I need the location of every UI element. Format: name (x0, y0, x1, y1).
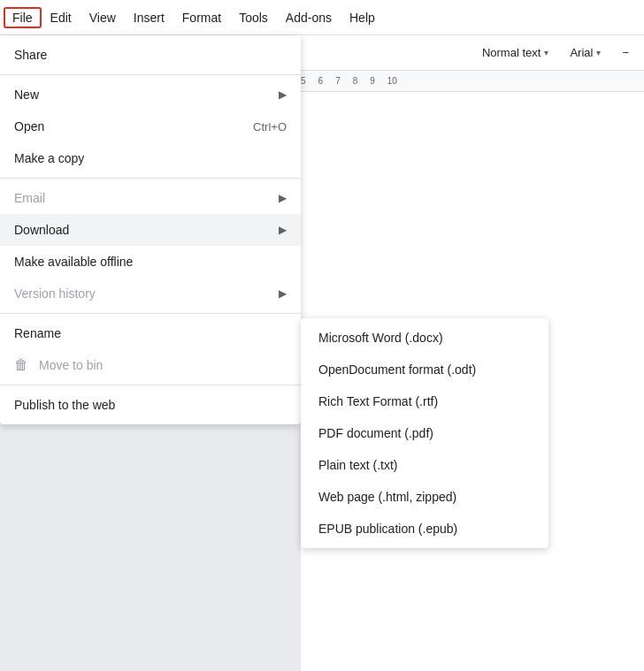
submenu-item-odt[interactable]: OpenDocument format (.odt) (301, 354, 548, 385)
menu-item-open[interactable]: Open Ctrl+O (0, 111, 301, 142)
open-shortcut: Ctrl+O (253, 120, 287, 133)
menu-insert[interactable]: Insert (125, 7, 173, 28)
trash-icon: 🗑 (14, 357, 32, 373)
file-menu: Share New ▶ Open Ctrl+O Make a copy Emai… (0, 35, 301, 424)
font-dropdown-label: Arial (570, 46, 593, 59)
menu-item-make-copy[interactable]: Make a copy (0, 142, 301, 174)
menu-section-publish: Publish to the web (0, 385, 301, 424)
menu-item-move-to-bin: 🗑 Move to bin (0, 349, 301, 381)
menu-section-rename: Rename 🗑 Move to bin (0, 313, 301, 385)
font-chevron-icon: ▾ (596, 48, 601, 57)
menu-item-email: Email ▶ (0, 182, 301, 214)
menu-item-download[interactable]: Download ▶ (0, 214, 301, 246)
version-arrow-icon: ▶ (279, 287, 287, 300)
menu-item-version-history: Version history ▶ (0, 278, 301, 309)
menu-tools[interactable]: Tools (230, 7, 277, 28)
download-arrow-icon: ▶ (279, 224, 287, 236)
new-arrow-icon: ▶ (279, 88, 287, 101)
menu-section-share: Share (0, 35, 301, 74)
menu-section-email: Email ▶ Download ▶ Make available offlin… (0, 178, 301, 313)
menu-bar: File Edit View Insert Format Tools Add-o… (0, 0, 644, 35)
email-arrow-icon: ▶ (279, 192, 287, 204)
font-dropdown[interactable]: Arial ▾ (562, 42, 609, 64)
menu-item-rename[interactable]: Rename (0, 317, 301, 349)
menu-section-new: New ▶ Open Ctrl+O Make a copy (0, 74, 301, 178)
menu-item-publish[interactable]: Publish to the web (0, 389, 301, 421)
menu-file[interactable]: File (4, 7, 42, 28)
submenu-item-docx[interactable]: Microsoft Word (.docx) (301, 322, 548, 354)
submenu-item-pdf[interactable]: PDF document (.pdf) (301, 417, 548, 449)
submenu-item-txt[interactable]: Plain text (.txt) (301, 449, 548, 481)
menu-addons[interactable]: Add-ons (277, 7, 341, 28)
style-dropdown-label: Normal text (482, 46, 540, 59)
menu-view[interactable]: View (80, 7, 125, 28)
menu-format[interactable]: Format (173, 7, 230, 28)
submenu-item-rtf[interactable]: Rich Text Format (.rtf) (301, 385, 548, 417)
minus-button[interactable]: − (614, 42, 637, 64)
menu-help[interactable]: Help (341, 7, 384, 28)
menu-item-share[interactable]: Share (0, 39, 301, 71)
style-dropdown[interactable]: Normal text ▾ (474, 42, 556, 64)
menu-item-make-offline[interactable]: Make available offline (0, 246, 301, 278)
submenu-item-html[interactable]: Web page (.html, zipped) (301, 481, 548, 513)
menu-edit[interactable]: Edit (42, 7, 80, 28)
menu-item-new[interactable]: New ▶ (0, 79, 301, 111)
submenu-item-epub[interactable]: EPUB publication (.epub) (301, 513, 548, 545)
download-submenu: Microsoft Word (.docx) OpenDocument form… (301, 318, 548, 548)
style-chevron-icon: ▾ (544, 48, 548, 57)
